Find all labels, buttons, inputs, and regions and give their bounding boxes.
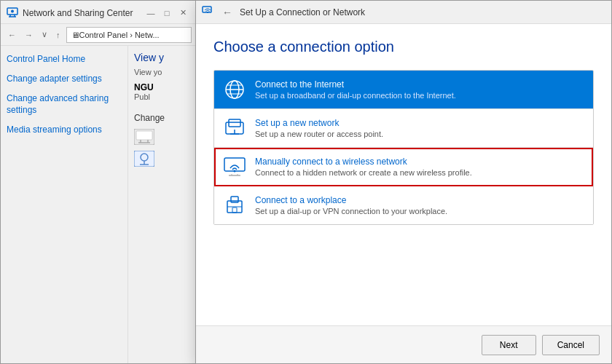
main-subtitle: View yo <box>134 68 190 76</box>
bg-titlebar: Network and Sharing Center — □ ✕ <box>1 1 196 24</box>
cancel-button[interactable]: Cancel <box>542 335 600 355</box>
next-button[interactable]: Next <box>482 335 536 355</box>
connection-item-workplace[interactable]: Connect to a workplace Set up a dial-up … <box>214 186 593 224</box>
overlay-body: Choose a connection option Connect to th… <box>196 24 611 325</box>
svg-point-15 <box>207 12 208 13</box>
sidebar-item-control-panel[interactable]: Control Panel Home <box>7 53 122 66</box>
new-network-title: Set up a new network <box>255 118 584 128</box>
sidebar-item-media-streaming[interactable]: Media streaming options <box>7 124 122 136</box>
up-button[interactable]: ↑ <box>53 29 63 41</box>
sidebar: Control Panel Home Change adapter settin… <box>1 46 128 363</box>
setup-connection-dialog: ← Set Up a Connection or Network Choose … <box>195 0 612 364</box>
workplace-title: Connect to a workplace <box>255 195 584 205</box>
internet-icon <box>223 78 246 101</box>
connection-item-new-network[interactable]: Set up a new network Set up a new router… <box>214 109 593 148</box>
network-icon-2 <box>134 151 190 167</box>
svg-rect-31 <box>231 197 238 202</box>
back-button[interactable]: ← <box>5 29 19 41</box>
bg-window-title: Network and Sharing Center <box>23 8 144 18</box>
minimize-button[interactable]: — <box>144 7 158 20</box>
forward-button[interactable]: → <box>22 29 36 41</box>
new-network-desc: Set up a new router or access point. <box>255 130 584 138</box>
address-text: Control Panel › Netw... <box>79 31 160 39</box>
internet-desc: Set up a broadband or dial-up connection… <box>255 91 584 100</box>
down-button[interactable]: ∨ <box>39 28 50 41</box>
close-button[interactable]: ✕ <box>176 7 190 20</box>
internet-title: Connect to the Internet <box>255 79 584 90</box>
overlay-titlebar: ← Set Up a Connection or Network <box>196 1 611 24</box>
overlay-heading: Choose a connection option <box>213 39 594 55</box>
svg-rect-25 <box>224 158 245 171</box>
overlay-footer: Next Cancel <box>196 325 611 363</box>
connection-item-wireless[interactable]: Manually connect to a wireless network C… <box>214 148 593 186</box>
connection-item-internet[interactable]: Connect to the Internet Set up a broadba… <box>214 71 593 109</box>
network-name: NGU <box>134 82 154 92</box>
overlay-window-icon <box>202 5 213 19</box>
wireless-title: Manually connect to a wireless network <box>255 157 584 167</box>
change-label: Change <box>134 113 190 123</box>
network-icons <box>134 129 190 167</box>
workplace-icon <box>223 194 246 217</box>
window-controls: — □ ✕ <box>144 7 190 20</box>
svg-point-4 <box>11 9 14 12</box>
svg-rect-22 <box>229 119 240 127</box>
new-network-icon <box>223 116 246 140</box>
network-type: Publ <box>134 92 190 101</box>
overlay-back-button[interactable]: ← <box>218 5 237 20</box>
new-network-text: Set up a new network Set up a new router… <box>255 118 584 138</box>
main-content: View y View yo NGU Publ Change <box>128 46 196 363</box>
overlay-title: Set Up a Connection or Network <box>240 7 605 17</box>
svg-rect-6 <box>136 131 152 140</box>
workplace-text: Connect to a workplace Set up a dial-up … <box>255 195 584 215</box>
connection-list: Connect to the Internet Set up a broadba… <box>213 70 594 225</box>
internet-text: Connect to the Internet Set up a broadba… <box>255 79 584 100</box>
wireless-icon <box>223 155 246 178</box>
main-title: View y <box>134 52 190 63</box>
address-path: 🖥 Control Panel › Netw... <box>66 27 192 43</box>
network-icon-1 <box>134 129 190 145</box>
window-content: Control Panel Home Change adapter settin… <box>1 46 196 363</box>
wireless-desc: Connect to a hidden network or create a … <box>255 168 584 177</box>
wireless-text: Manually connect to a wireless network C… <box>255 157 584 177</box>
workplace-desc: Set up a dial-up or VPN connection to yo… <box>255 207 584 215</box>
sidebar-item-adapter-settings[interactable]: Change adapter settings <box>7 73 122 85</box>
svg-point-26 <box>234 170 236 173</box>
sidebar-item-advanced-sharing[interactable]: Change advanced sharing settings <box>7 92 122 117</box>
network-sharing-center-window: Network and Sharing Center — □ ✕ ← → ∨ ↑… <box>0 0 197 364</box>
svg-rect-33 <box>232 207 237 213</box>
maximize-button[interactable]: □ <box>160 7 174 20</box>
window-icon <box>7 7 18 19</box>
address-bar: ← → ∨ ↑ 🖥 Control Panel › Netw... <box>1 24 196 46</box>
